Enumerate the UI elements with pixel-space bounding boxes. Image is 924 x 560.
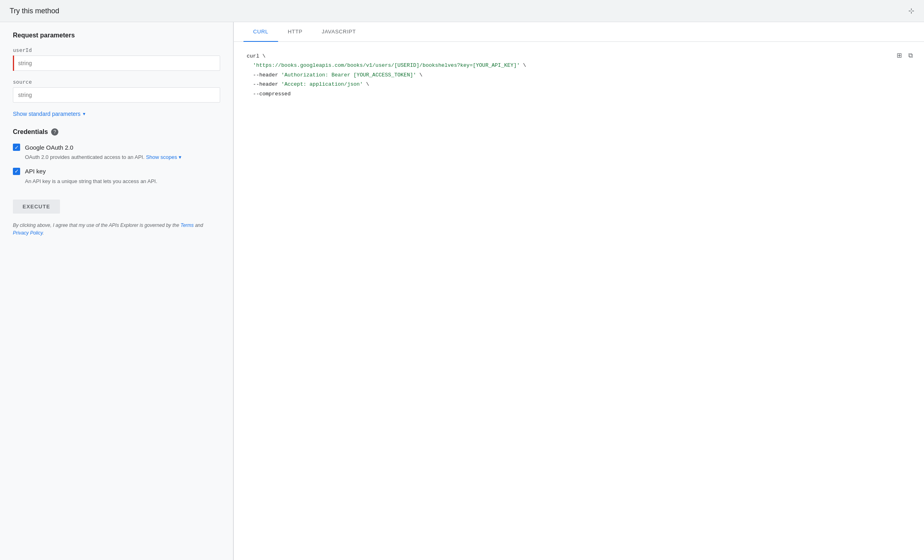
curl-auth-header: 'Authorization: Bearer [YOUR_ACCESS_TOKE… [281, 72, 416, 78]
oauth-checkbox[interactable]: ✓ [13, 144, 20, 151]
privacy-policy-link[interactable]: Privacy Policy [13, 230, 43, 236]
credential-apikey-row: ✓ API key [13, 168, 220, 175]
execute-button[interactable]: EXECUTE [13, 200, 60, 214]
terms-prefix: By clicking above, I agree that my use o… [13, 222, 180, 228]
apikey-name: API key [25, 168, 46, 175]
show-params-label: Show standard parameters [13, 111, 80, 117]
code-copy-button[interactable]: ⧉ [907, 50, 914, 61]
credentials-title: Credentials [13, 128, 48, 136]
chevron-down-icon: ▾ [83, 111, 85, 117]
curl-url: 'https://books.googleapis.com/books/v1/u… [253, 62, 520, 68]
code-tabs: cURL HTTP JAVASCRIPT [234, 22, 924, 42]
terms-text: By clicking above, I agree that my use o… [13, 222, 214, 237]
param-source-input[interactable] [13, 87, 220, 103]
oauth-desc: OAuth 2.0 provides authenticated access … [25, 153, 220, 161]
curl-keyword: curl [247, 53, 259, 59]
code-toolbar: ⊞ ⧉ [895, 50, 914, 61]
main-content: Request parameters userId source Show st… [0, 22, 924, 560]
app-container: Try this method ⊹ Request parameters use… [0, 0, 924, 560]
code-area: ⊞ ⧉ curl \ 'https://books.googleapis.com… [234, 42, 924, 560]
code-block: curl \ 'https://books.googleapis.com/boo… [247, 51, 911, 99]
oauth-name: Google OAuth 2.0 [25, 144, 73, 151]
left-panel: Request parameters userId source Show st… [0, 22, 233, 560]
credentials-section: Credentials ? ✓ Google OAuth 2.0 OAuth 2… [13, 128, 220, 185]
curl-accept-header: 'Accept: application/json' [281, 81, 363, 87]
curl-compressed-flag: --compressed [253, 91, 291, 97]
request-params-title: Request parameters [13, 32, 220, 39]
apikey-desc: An API key is a unique string that lets … [25, 177, 220, 185]
param-source-label: source [13, 79, 220, 85]
curl-header-flag-1: --header [253, 72, 278, 78]
expand-icon[interactable]: ⊹ [908, 6, 914, 15]
credentials-header: Credentials ? [13, 128, 220, 136]
credential-oauth: ✓ Google OAuth 2.0 OAuth 2.0 provides au… [13, 144, 220, 161]
curl-space-1 [278, 72, 281, 78]
credential-apikey: ✓ API key An API key is a unique string … [13, 168, 220, 185]
page-title: Try this method [10, 7, 59, 15]
right-panel: cURL HTTP JAVASCRIPT ⊞ ⧉ curl \ 'https:/… [234, 22, 924, 560]
curl-space-2 [278, 81, 281, 87]
param-userid: userId [13, 47, 220, 71]
tab-javascript[interactable]: JAVASCRIPT [312, 22, 366, 42]
show-standard-params-link[interactable]: Show standard parameters ▾ [13, 111, 220, 117]
tab-curl[interactable]: cURL [243, 22, 278, 42]
credential-oauth-row: ✓ Google OAuth 2.0 [13, 144, 220, 151]
param-source: source [13, 79, 220, 103]
param-source-wrapper [13, 87, 220, 103]
tab-http[interactable]: HTTP [278, 22, 312, 42]
checkbox-check-icon-2: ✓ [14, 169, 19, 174]
param-userid-wrapper [13, 56, 220, 71]
terms-period: . [43, 230, 44, 236]
param-userid-input[interactable] [13, 56, 220, 71]
terms-and: and [194, 222, 203, 228]
param-userid-label: userId [13, 47, 220, 53]
terms-link[interactable]: Terms [180, 222, 194, 228]
code-expand-button[interactable]: ⊞ [895, 50, 903, 61]
show-scopes-link[interactable]: Show scopes ▾ [146, 154, 182, 160]
header: Try this method ⊹ [0, 0, 924, 22]
curl-header-flag-2: --header [253, 81, 278, 87]
apikey-checkbox[interactable]: ✓ [13, 168, 20, 175]
credentials-help-icon[interactable]: ? [51, 128, 58, 136]
checkbox-check-icon: ✓ [14, 145, 19, 150]
